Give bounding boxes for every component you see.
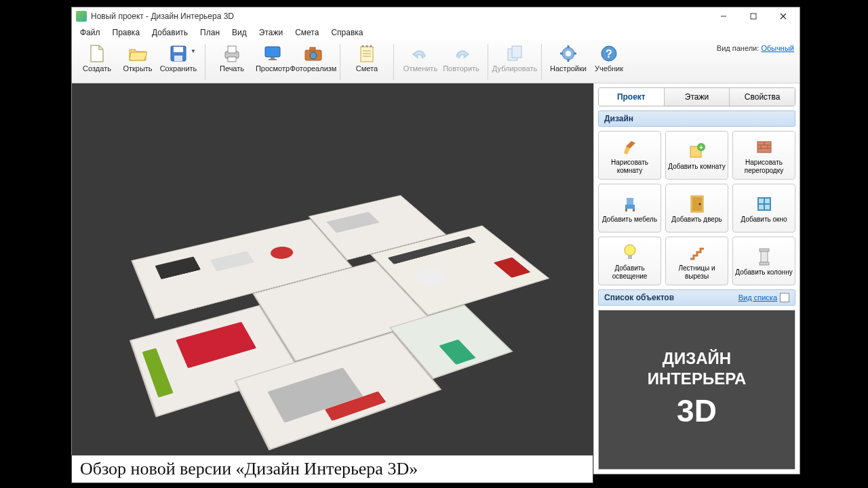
redo-button[interactable]: Повторить [441,43,481,75]
menu-view[interactable]: Вид [226,26,252,39]
estimate-button[interactable]: Смета [347,43,387,75]
window-title: Новый проект - Дизайн Интерьера 3D [91,12,709,21]
menubar: Файл Правка Добавить План Вид Этажи Смет… [72,25,800,40]
menu-help[interactable]: Справка [326,26,368,39]
menu-estimate[interactable]: Смета [290,26,324,39]
svg-rect-1 [751,14,756,19]
add-furniture-button[interactable]: Добавить мебель [598,184,661,232]
preview-label: Просмотр [256,64,290,73]
chair-icon [620,195,639,214]
undo-label: Отменить [403,64,437,73]
window-icon [755,195,774,214]
menu-file[interactable]: Файл [75,26,106,39]
settings-label: Настройки [550,64,587,73]
duplicate-icon [505,44,524,63]
undo-icon [411,44,430,63]
app-icon [76,11,87,22]
print-button[interactable]: Печать [212,43,252,75]
close-button[interactable] [768,7,798,25]
svg-rect-24 [512,46,521,58]
save-button[interactable]: Сохранить ▼ [159,43,198,81]
new-document-icon [87,44,106,63]
svg-text:+: + [699,144,703,151]
svg-rect-53 [761,251,768,262]
save-icon [169,44,188,63]
viewport-3d[interactable] [72,83,593,474]
tab-project[interactable]: Проект [599,88,665,106]
add-lighting-button[interactable]: Добавить освещение [598,237,661,285]
svg-rect-6 [174,56,182,61]
svg-rect-15 [310,47,315,51]
add-room-button[interactable]: + Добавить комнату [665,131,728,180]
svg-rect-54 [760,262,769,265]
list-view-link[interactable]: Вид списка [738,293,777,302]
dropdown-arrow-icon[interactable]: ▼ [191,48,196,54]
notepad-icon [357,44,376,63]
svg-text:?: ? [606,48,612,60]
settings-button[interactable]: Настройки [549,43,588,75]
svg-rect-16 [361,47,373,62]
panel-mode-link[interactable]: Обычный [761,44,794,52]
floorplan-model [86,178,593,455]
workarea: Проект Этажи Свойства Дизайн Нарисовать … [72,83,800,474]
add-column-button[interactable]: Добавить колонну [732,237,795,285]
pencil-icon [620,138,639,157]
svg-point-46 [698,203,701,205]
menu-floors[interactable]: Этажи [254,26,288,39]
list-view-icon[interactable] [780,293,789,302]
open-label: Открыть [123,64,152,73]
objects-header: Список объектов Вид списка [598,289,795,306]
manual-label: Учебник [595,64,623,73]
menu-add[interactable]: Добавить [146,26,193,39]
preview-button[interactable]: Просмотр [253,43,292,75]
create-button[interactable]: Создать [77,43,117,81]
tab-properties[interactable]: Свойства [730,88,795,106]
stairs-icon [688,243,707,262]
open-button[interactable]: Открыть [118,43,157,81]
monitor-icon [263,44,282,63]
estimate-label: Смета [356,64,378,73]
app-window: Новый проект - Дизайн Интерьера 3D Файл … [71,7,800,474]
redo-icon [452,44,471,63]
photoreal-label: Фотореализм [290,64,337,73]
maximize-button[interactable] [738,7,768,25]
svg-rect-5 [174,47,183,52]
svg-rect-11 [271,57,275,59]
minimize-button[interactable] [709,7,738,25]
tab-floors[interactable]: Этажи [665,88,730,106]
photoreal-button[interactable]: Фотореализм [294,43,333,75]
redo-label: Повторить [443,64,479,73]
stairs-cutouts-button[interactable]: Лестницы и вырезы [665,237,728,285]
objects-list[interactable]: ДИЗАЙН ИНТЕРЬЕРА 3D [598,310,795,470]
draw-partition-button[interactable]: Нарисовать перегородку [732,131,795,180]
create-label: Создать [83,64,111,73]
panel-mode: Вид панели: Обычный [717,43,794,52]
side-tabs: Проект Этажи Свойства [598,87,795,106]
duplicate-button[interactable]: Дублировать [495,43,534,75]
toolbar: Создать Открыть Сохранить ▼ Печать [72,40,800,83]
menu-edit[interactable]: Правка [107,26,146,39]
column-icon [755,247,774,266]
svg-rect-42 [625,209,627,211]
add-door-button[interactable]: Добавить дверь [665,184,728,232]
promo-logo: ДИЗАЙН ИНТЕРЬЕРА 3D [648,348,747,431]
printer-icon [222,44,241,63]
svg-point-26 [566,51,571,56]
svg-rect-9 [228,57,236,62]
svg-point-22 [370,45,372,47]
help-icon: ? [599,44,618,63]
manual-button[interactable]: ? Учебник [589,43,629,75]
room-plus-icon: + [688,142,707,161]
undo-button[interactable]: Отменить [401,43,440,75]
svg-point-21 [366,45,368,47]
brick-wall-icon [755,138,774,157]
menu-plan[interactable]: План [195,26,225,39]
add-window-button[interactable]: Добавить окно [732,184,795,232]
lightbulb-icon [620,243,639,262]
camera-icon [304,44,323,63]
svg-point-14 [310,52,317,59]
draw-room-button[interactable]: Нарисовать комнату [598,131,661,180]
duplicate-label: Дублировать [492,64,537,73]
svg-rect-10 [265,47,280,57]
gear-icon [559,44,578,63]
